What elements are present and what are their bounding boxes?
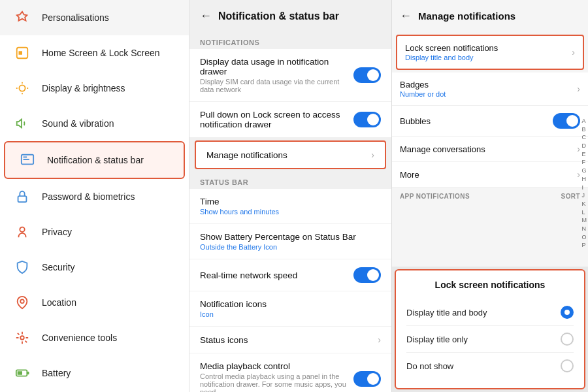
right-item-bubbles[interactable]: Bubbles xyxy=(392,106,588,137)
toggle-switch[interactable] xyxy=(353,112,381,127)
svg-point-8 xyxy=(20,299,24,303)
mid-item-text: TimeShow hours and minutes xyxy=(200,197,279,216)
sidebar-item-battery[interactable]: Battery xyxy=(0,355,189,391)
radio-button[interactable] xyxy=(561,333,574,346)
app-notif-label: APP NOTIFICATIONS xyxy=(400,193,470,200)
alpha-letter[interactable]: D xyxy=(582,142,587,150)
sidebar-item-label: Security xyxy=(42,262,75,272)
right-item-main: More xyxy=(400,170,419,180)
mid-item-realtime-speed[interactable]: Real-time network speed xyxy=(189,259,391,291)
item-sub-label: Outside the Battery Icon xyxy=(200,243,356,251)
chevron-icon: › xyxy=(577,84,580,94)
person-icon xyxy=(13,8,31,27)
item-main-label: Status icons xyxy=(200,335,248,345)
radio-button[interactable] xyxy=(561,359,574,372)
right-item-main: Bubbles xyxy=(400,116,431,126)
chevron-icon: › xyxy=(572,47,575,57)
toggle-switch[interactable] xyxy=(553,113,580,129)
mid-item-manage-notifications[interactable]: Manage notifications› xyxy=(195,140,386,169)
sidebar-item-label: Notification & status bar xyxy=(47,155,144,165)
radio-button[interactable] xyxy=(561,306,574,319)
alpha-letter[interactable]: P xyxy=(582,242,587,250)
mid-item-status-icons[interactable]: Status icons› xyxy=(189,327,391,353)
radio-item-do-not-show[interactable]: Do not show xyxy=(406,353,574,379)
lock-icon xyxy=(13,188,31,206)
alpha-letter[interactable]: L xyxy=(582,209,587,217)
alpha-letter[interactable]: J xyxy=(582,192,587,200)
chevron-icon: › xyxy=(371,150,374,160)
sidebar-item-privacy[interactable]: Privacy xyxy=(0,214,189,250)
right-item-main: Lock screen notifications xyxy=(405,43,498,53)
section-label: NOTIFICATIONS xyxy=(189,32,391,49)
toggle-switch[interactable] xyxy=(353,67,381,83)
notification-icon xyxy=(18,151,37,169)
right-item-badges[interactable]: BadgesNumber or dot› xyxy=(392,73,588,106)
sidebar-item-display[interactable]: Display & brightness xyxy=(0,71,189,106)
sort-label[interactable]: SORT xyxy=(561,193,580,200)
mid-item-text: Real-time network speed xyxy=(200,270,297,280)
alpha-letter[interactable]: I xyxy=(582,184,587,192)
right-back-button[interactable]: ← xyxy=(400,9,412,23)
security-icon xyxy=(13,258,31,276)
sidebar-item-label: Password & biometrics xyxy=(42,191,135,202)
sidebar-item-home-screen[interactable]: Home Screen & Lock Screen xyxy=(0,35,189,71)
sidebar-item-label: Battery xyxy=(42,368,71,378)
sidebar-item-label: Home Screen & Lock Screen xyxy=(42,48,160,58)
alpha-letter[interactable]: F xyxy=(582,159,587,167)
right-item-sub: Display title and body xyxy=(405,54,498,61)
alpha-letter[interactable]: M xyxy=(582,217,587,225)
sidebar-item-personalisations[interactable]: Personalisations xyxy=(0,0,189,35)
radio-label: Do not show xyxy=(406,361,453,371)
sidebar-item-location[interactable]: Location xyxy=(0,285,189,320)
radio-item-display-title-body[interactable]: Display title and body xyxy=(406,299,574,326)
mid-item-time[interactable]: TimeShow hours and minutes xyxy=(189,189,391,224)
middle-panel: ← Notification & status bar NOTIFICATION… xyxy=(189,0,392,392)
item-main-label: Real-time network speed xyxy=(200,270,297,280)
right-item-more[interactable]: More› xyxy=(392,162,588,188)
sidebar-item-password[interactable]: Password & biometrics xyxy=(0,179,189,214)
sidebar-item-convenience[interactable]: Convenience tools xyxy=(0,320,189,355)
chevron-icon: › xyxy=(577,169,580,180)
back-button[interactable]: ← xyxy=(200,9,212,23)
alpha-letter[interactable]: C xyxy=(582,134,587,142)
section-label: STATUS BAR xyxy=(189,172,391,189)
mid-item-pull-down-lock[interactable]: Pull down on Lock screen to access notif… xyxy=(189,102,391,138)
mid-item-text: Pull down on Lock screen to access notif… xyxy=(200,110,353,129)
alpha-letter[interactable]: H xyxy=(582,176,587,184)
alpha-letter[interactable]: K xyxy=(582,201,587,208)
right-item-manage-conversations[interactable]: Manage conversations› xyxy=(392,137,588,162)
toggle-switch[interactable] xyxy=(353,267,381,283)
sidebar-item-notification[interactable]: Notification & status bar xyxy=(4,141,185,179)
alpha-letter[interactable]: O xyxy=(582,234,587,242)
alpha-letter[interactable]: A xyxy=(582,118,587,125)
mid-item-text: Notification iconsIcon xyxy=(200,299,267,318)
svg-point-7 xyxy=(20,227,24,232)
alpha-letter[interactable]: B xyxy=(582,126,587,134)
right-item-lock-screen-notif[interactable]: Lock screen notificationsDisplay title a… xyxy=(396,35,584,70)
toggle-switch[interactable] xyxy=(353,371,381,387)
right-header: ← Manage notifications xyxy=(392,0,588,32)
home-icon xyxy=(13,44,31,62)
item-main-label: Pull down on Lock screen to access notif… xyxy=(200,110,353,129)
right-panel-title: Manage notifications xyxy=(418,10,515,22)
svg-rect-5 xyxy=(24,159,29,160)
item-main-label: Notification icons xyxy=(200,299,267,309)
item-sub-label: Show hours and minutes xyxy=(200,208,279,216)
item-sub-label: Display SIM card data usage via the curr… xyxy=(200,78,353,93)
mid-item-text: Manage notifications xyxy=(206,150,287,160)
alpha-letter[interactable]: E xyxy=(582,151,587,159)
mid-item-display-data-usage[interactable]: Display data usage in notification drawe… xyxy=(189,49,391,102)
alpha-letter[interactable]: N xyxy=(582,225,587,233)
mid-item-notification-icons[interactable]: Notification iconsIcon xyxy=(189,291,391,327)
right-item-main: Manage conversations xyxy=(400,144,485,154)
alpha-letter[interactable]: G xyxy=(582,167,587,175)
right-item-text: BadgesNumber or dot xyxy=(400,80,446,98)
mid-item-battery-percentage[interactable]: Show Battery Percentage on Status BarOut… xyxy=(189,224,391,259)
sidebar-item-label: Personalisations xyxy=(42,12,109,23)
radio-item-display-title-only[interactable]: Display title only xyxy=(406,326,574,353)
item-main-label: Manage notifications xyxy=(206,150,287,160)
app-notifications-header: APP NOTIFICATIONS SORT xyxy=(392,188,588,203)
mid-item-media-playback[interactable]: Media playback controlControl media play… xyxy=(189,353,391,392)
sidebar-item-security[interactable]: Security xyxy=(0,250,189,285)
sidebar-item-sound[interactable]: Sound & vibration xyxy=(0,106,189,141)
